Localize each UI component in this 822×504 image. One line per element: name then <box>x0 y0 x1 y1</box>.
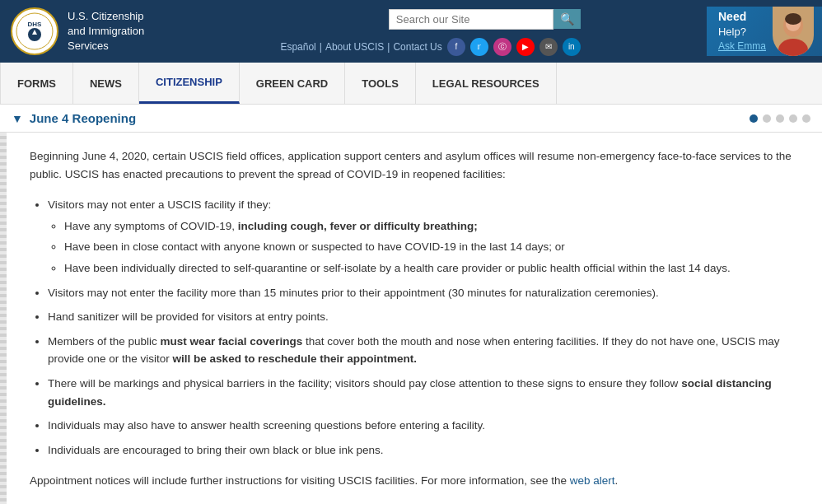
footer-text-before: Appointment notices will include further… <box>30 474 570 487</box>
svg-point-6 <box>778 39 808 56</box>
need-help-text: Need Help? Ask Emma <box>718 9 766 54</box>
main-content: Beginning June 4, 2020, certain USCIS fi… <box>7 133 822 504</box>
contact-link[interactable]: Contact Us <box>393 41 441 53</box>
header-left: DHS U.S. Citizenship and Immigration Ser… <box>0 0 154 63</box>
list-item-4: Members of the public must wear facial c… <box>48 333 799 368</box>
list-item-7: Individuals are encouraged to bring thei… <box>48 441 799 460</box>
instagram-icon[interactable]: ⓒ <box>493 38 511 56</box>
linkedin-icon[interactable]: in <box>563 38 581 56</box>
list-item-6: Individuals may also have to answer heal… <box>48 417 799 435</box>
web-alert-link[interactable]: web alert <box>570 474 615 487</box>
sub-list-1: Have any symptoms of COVID-19, including… <box>64 217 799 278</box>
sidebar-stripe <box>0 133 7 504</box>
list-item-3: Hand sanitizer will be provided for visi… <box>48 308 799 326</box>
ask-emma-link[interactable]: Ask Emma <box>718 40 766 54</box>
nav-spacer <box>557 63 822 104</box>
nav-green-card[interactable]: GREEN CARD <box>240 63 345 104</box>
agency-seal: DHS <box>10 7 59 56</box>
main-bullet-list: Visitors may not enter a USCIS facility … <box>48 196 799 459</box>
nav-legal-resources[interactable]: LEGAL RESOURCES <box>416 63 557 104</box>
dot-3[interactable] <box>776 114 784 123</box>
footer-paragraph: Appointment notices will include further… <box>30 472 799 490</box>
youtube-icon[interactable]: ▶ <box>516 38 535 56</box>
banner-toggle-icon[interactable]: ▼ <box>12 112 23 125</box>
dot-5[interactable] <box>802 114 810 123</box>
search-input[interactable] <box>389 9 553 30</box>
main-nav: FORMS NEWS CITIZENSHIP GREEN CARD TOOLS … <box>0 63 822 105</box>
header-right: 🔍 Español | About USCIS | Contact Us f 𝕣… <box>272 4 588 59</box>
dot-4[interactable] <box>789 114 797 123</box>
banner-title: June 4 Reopening <box>30 111 136 125</box>
svg-point-8 <box>785 13 801 25</box>
agency-name: U.S. Citizenship and Immigration Service… <box>68 9 144 54</box>
about-link[interactable]: About USCIS <box>325 41 384 53</box>
search-bar: 🔍 <box>381 4 589 35</box>
need-label: Need <box>718 9 766 26</box>
banner-left: ▼ June 4 Reopening <box>12 111 136 125</box>
footer-text-after: . <box>615 474 619 487</box>
page-wrapper: Beginning June 4, 2020, certain USCIS fi… <box>0 133 822 504</box>
svg-text:DHS: DHS <box>28 21 43 28</box>
nav-forms[interactable]: FORMS <box>0 63 73 104</box>
list-item-1-text: Visitors may not enter a USCIS facility … <box>48 198 271 211</box>
sub-item-1-1: Have any symptoms of COVID-19, including… <box>64 217 799 236</box>
need-help-panel: Need Help? Ask Emma <box>707 7 822 56</box>
intro-paragraph: Beginning June 4, 2020, certain USCIS fi… <box>30 147 799 183</box>
sub-item-1-2: Have been in close contact with anyone k… <box>64 238 799 256</box>
help-label: Help? <box>718 25 766 40</box>
facebook-icon[interactable]: f <box>447 38 465 56</box>
list-item-5: There will be markings and physical barr… <box>48 375 799 410</box>
sub-item-1-3: Have been individually directed to self-… <box>64 259 799 278</box>
content-area: Beginning June 4, 2020, certain USCIS fi… <box>7 133 822 504</box>
list-item-2: Visitors may not enter the facility more… <box>48 284 799 302</box>
dot-1[interactable] <box>750 114 758 123</box>
twitter-icon[interactable]: 𝕣 <box>470 38 488 56</box>
sep2: | <box>387 41 390 53</box>
list-item-1: Visitors may not enter a USCIS facility … <box>48 196 799 277</box>
sep1: | <box>320 41 322 53</box>
nav-tools[interactable]: TOOLS <box>345 63 416 104</box>
nav-citizenship[interactable]: CITIZENSHIP <box>139 63 240 104</box>
nav-news[interactable]: NEWS <box>73 63 139 104</box>
top-links: Español | About USCIS | Contact Us f 𝕣 ⓒ… <box>272 35 588 59</box>
site-header: DHS U.S. Citizenship and Immigration Ser… <box>0 0 822 63</box>
search-button[interactable]: 🔍 <box>553 9 581 29</box>
dot-2[interactable] <box>763 114 771 123</box>
banner-dots <box>750 114 810 123</box>
announcement-banner: ▼ June 4 Reopening <box>0 105 822 133</box>
espanol-link[interactable]: Español <box>280 41 315 53</box>
avatar <box>773 7 814 56</box>
email-icon[interactable]: ✉ <box>539 38 558 56</box>
